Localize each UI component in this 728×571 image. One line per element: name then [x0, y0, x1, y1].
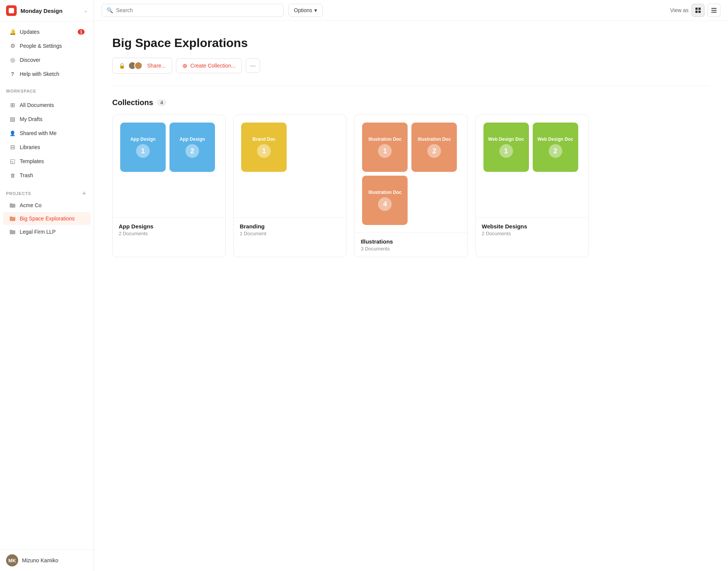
- share-label: Share...: [147, 63, 166, 69]
- workspace-nav: All Documents My Drafts Shared with Me L…: [0, 95, 94, 186]
- help-label: Help with Sketch: [20, 71, 59, 77]
- collection-card-app-designs[interactable]: App Design 1 App Design 2 App Designs 2 …: [112, 115, 226, 257]
- sidebar-item-libraries[interactable]: Libraries: [3, 140, 91, 154]
- collections-title: Collections: [112, 98, 153, 107]
- svg-rect-5: [711, 10, 717, 11]
- sidebar-item-all-documents[interactable]: All Documents: [3, 98, 91, 112]
- sidebar-item-updates[interactable]: Updates 1: [3, 25, 91, 39]
- main-content: 🔍 Options ▾ View as: [94, 0, 728, 571]
- collection-preview: Brand Doc 1: [234, 115, 346, 217]
- topbar-right: View as: [670, 4, 720, 17]
- shared-with-me-label: Shared with Me: [20, 130, 56, 136]
- collections-count: 4: [157, 99, 166, 106]
- doc-number: 1: [136, 144, 150, 158]
- sidebar-item-big-space-explorations[interactable]: Big Space Explorations: [3, 212, 91, 225]
- sidebar-item-help[interactable]: Help with Sketch: [3, 67, 91, 81]
- collections-grid: App Design 1 App Design 2 App Designs 2 …: [112, 115, 710, 257]
- search-input[interactable]: [116, 7, 279, 13]
- lock-icon: 🔒: [119, 63, 125, 69]
- sidebar-item-shared-with-me[interactable]: Shared with Me: [3, 126, 91, 140]
- topbar: 🔍 Options ▾ View as: [94, 0, 728, 21]
- updates-badge: 1: [78, 29, 85, 35]
- bell-icon: [9, 28, 16, 35]
- user-avatar: MK: [6, 554, 18, 566]
- all-documents-label: All Documents: [20, 102, 54, 108]
- sidebar-item-trash[interactable]: Trash: [3, 168, 91, 182]
- share-button[interactable]: 🔒 Share...: [112, 58, 172, 74]
- action-bar: 🔒 Share... ⊕ Create Collection... ···: [112, 58, 710, 74]
- collection-preview: App Design 1 App Design 2: [113, 115, 225, 217]
- doc-number: 1: [378, 144, 392, 158]
- acme-co-label: Acme Co: [20, 202, 42, 208]
- collection-name: Website Designs: [482, 223, 582, 230]
- grid-icon: [695, 7, 701, 13]
- list-view-button[interactable]: [708, 4, 720, 17]
- user-name: Mizuno Kamiko: [22, 557, 58, 563]
- sidebar-item-people-settings[interactable]: People & Settings: [3, 39, 91, 53]
- collection-card-illustrations[interactable]: Illustration Doc 1 Illustration Doc 2 Il…: [354, 115, 468, 257]
- sidebar-footer: MK Mizuno Kamiko: [0, 549, 94, 571]
- trash-label: Trash: [20, 172, 33, 178]
- projects-section-header: PROJECTS +: [0, 186, 94, 198]
- people-settings-label: People & Settings: [20, 43, 62, 49]
- collection-name: Branding: [240, 223, 340, 230]
- collection-card-website-designs[interactable]: Web Design Doc 1 Web Design Doc 2 Websit…: [475, 115, 589, 257]
- options-chevron-icon: ▾: [314, 7, 317, 13]
- collection-doc-count: 2 Documents: [119, 231, 219, 236]
- sidebar-item-discover[interactable]: Discover: [3, 53, 91, 67]
- collection-doc-count: 3 Documents: [361, 246, 461, 252]
- collection-info: Branding 1 Document: [234, 217, 346, 242]
- search-bar[interactable]: 🔍: [102, 4, 284, 17]
- projects-nav: Acme Co Big Space Explorations Legal Fir…: [0, 198, 94, 239]
- doc-number: 2: [549, 144, 562, 158]
- collection-preview: Web Design Doc 1 Web Design Doc 2: [476, 115, 588, 217]
- collection-preview: Illustration Doc 1 Illustration Doc 2 Il…: [355, 115, 467, 233]
- collection-info: App Designs 2 Documents: [113, 217, 225, 242]
- page-title: Big Space Explorations: [112, 36, 710, 50]
- drafts-icon: [9, 116, 16, 123]
- projects-section-label: PROJECTS: [6, 191, 31, 196]
- folder-icon: [9, 202, 16, 209]
- more-dots-icon: ···: [250, 62, 256, 70]
- view-as-label: View as: [670, 7, 689, 13]
- doc-thumbnail: Web Design Doc 1: [483, 123, 529, 172]
- svg-rect-0: [695, 8, 698, 10]
- doc-number: 1: [499, 144, 513, 158]
- chevron-icon: ⌄: [84, 8, 88, 13]
- svg-rect-4: [711, 8, 717, 9]
- doc-thumbnail: Illustration Doc 4: [362, 176, 408, 225]
- collection-card-branding[interactable]: Brand Doc 1 Branding 1 Document: [233, 115, 347, 257]
- collection-doc-count: 1 Document: [240, 231, 340, 236]
- options-button[interactable]: Options ▾: [288, 4, 323, 17]
- lib-icon: [9, 144, 16, 151]
- doc-thumbnail: App Design 2: [169, 123, 215, 172]
- svg-rect-6: [711, 12, 717, 13]
- compass-icon: [9, 57, 16, 63]
- templates-icon: [9, 158, 16, 165]
- share-avatars: [128, 61, 143, 70]
- docs-icon: [9, 102, 16, 109]
- collection-name: Illustrations: [361, 238, 461, 245]
- sidebar-item-templates[interactable]: Templates: [3, 154, 91, 168]
- doc-number: 2: [427, 144, 441, 158]
- avatar-2: [134, 61, 143, 70]
- collections-header: Collections 4: [112, 98, 710, 107]
- doc-number: 1: [257, 144, 271, 158]
- svg-rect-1: [698, 8, 701, 10]
- doc-thumbnail: Web Design Doc 2: [533, 123, 578, 172]
- sidebar-item-my-drafts[interactable]: My Drafts: [3, 112, 91, 126]
- create-collection-button[interactable]: ⊕ Create Collection...: [176, 58, 242, 73]
- app-header[interactable]: Monday Design ⌄: [0, 0, 94, 22]
- more-options-button[interactable]: ···: [246, 58, 260, 73]
- divider: [112, 86, 710, 86]
- create-collection-icon: ⊕: [182, 62, 187, 69]
- doc-thumbnail: Illustration Doc 1: [362, 123, 408, 172]
- add-project-button[interactable]: +: [80, 190, 88, 197]
- app-logo: [6, 5, 17, 16]
- grid-view-button[interactable]: [692, 4, 704, 17]
- my-drafts-label: My Drafts: [20, 116, 42, 122]
- sidebar-item-acme-co[interactable]: Acme Co: [3, 199, 91, 212]
- sidebar-item-legal-firm-llp[interactable]: Legal Firm LLP: [3, 225, 91, 238]
- doc-thumbnail: Brand Doc 1: [241, 123, 287, 172]
- big-space-label: Big Space Explorations: [20, 216, 75, 222]
